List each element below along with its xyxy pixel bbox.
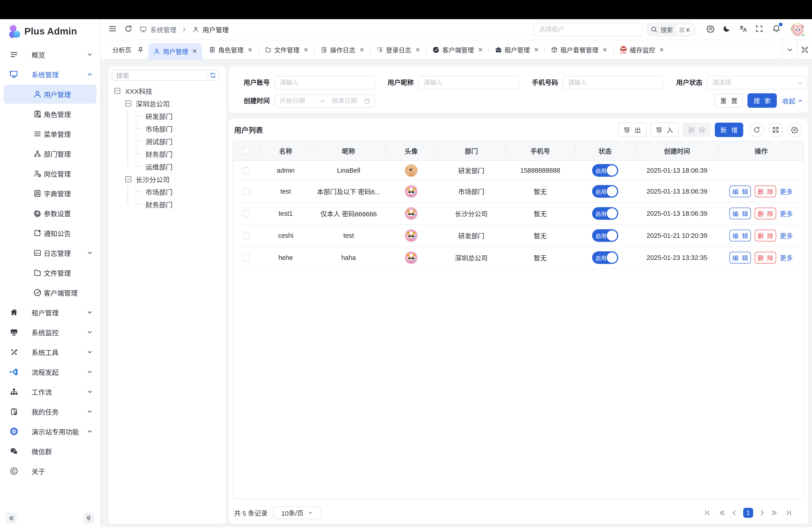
svg-text:DEV: DEV <box>35 252 40 255</box>
